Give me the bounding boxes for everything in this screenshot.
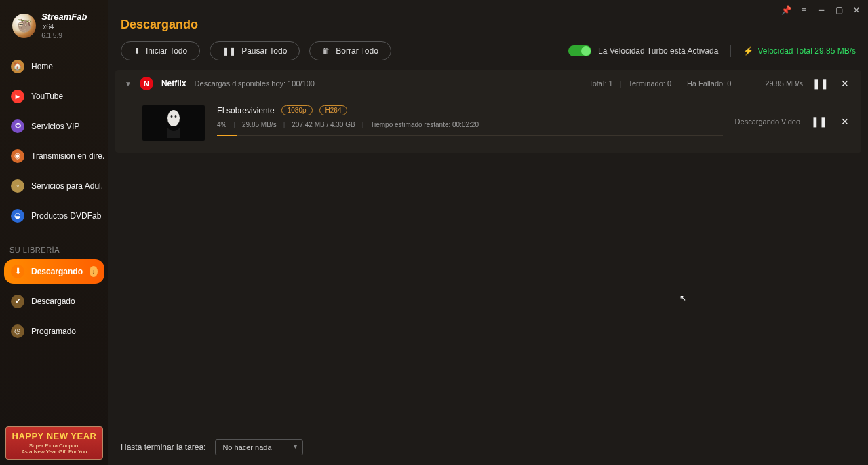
total-speed-label: Velocidad Total 29.85 MB/s: [757, 46, 856, 56]
nav-item-label-1: YouTube: [31, 92, 63, 101]
svg-point-1: [171, 115, 173, 118]
nav-item-0[interactable]: 🏠Home: [4, 54, 104, 79]
item-cancel-button[interactable]: ✕: [838, 115, 852, 128]
library-item-1[interactable]: ✔Descargado: [4, 289, 104, 314]
nav-library: ⬇Descargando↓✔Descargado◷Programado: [0, 259, 108, 349]
group-header: ▼ N Netflix Descargas disponibles hoy: 1…: [115, 70, 861, 97]
nav-item-1[interactable]: ►YouTube: [4, 84, 104, 109]
nav-item-4[interactable]: ♀Servicios para Adul...: [4, 174, 104, 198]
nav-main: 🏠Home►YouTube✪Servicios VIP◉Transmisión …: [0, 54, 108, 234]
turbo-toggle[interactable]: [568, 45, 591, 56]
library-section-label: SU LIBRERÍA: [0, 234, 108, 259]
after-task-select[interactable]: No hacer nada: [215, 439, 303, 455]
resolution-tag: 1080p: [281, 105, 313, 115]
window-controls: 📌 ≡ ━ ▢ ✕: [781, 5, 861, 15]
service-subtitle: Descargas disponibles hoy: 100/100: [195, 79, 315, 88]
promo-banner[interactable]: HAPPY NEW YEAR Super Extra Coupon, As a …: [5, 426, 103, 460]
minimize-icon[interactable]: ━: [816, 5, 826, 15]
main-panel: 📌 ≡ ━ ▢ ✕ Descargando ⬇ Iniciar Todo ❚❚ …: [108, 0, 868, 465]
nav-item-5[interactable]: ◒Productos DVDFab: [4, 204, 104, 228]
library-item-icon-0: ⬇: [11, 265, 24, 278]
download-group: ▼ N Netflix Descargas disponibles hoy: 1…: [115, 70, 861, 153]
item-size: 207.42 MB / 4.30 GB: [292, 121, 355, 128]
svg-point-2: [175, 115, 177, 118]
turbo-label: La Velocidad Turbo está Activada: [598, 46, 718, 56]
library-item-label-0: Descargando: [31, 267, 83, 276]
nav-item-label-5: Productos DVDFab: [31, 211, 101, 221]
library-item-label-1: Descargado: [31, 297, 75, 306]
group-failed: Ha Fallado: 0: [687, 79, 731, 88]
group-done: Terminado: 0: [628, 79, 671, 88]
item-speed: 29.85 MB/s: [242, 121, 277, 128]
menu-icon[interactable]: ≡: [799, 5, 808, 15]
clear-all-label: Borrar Todo: [336, 46, 378, 56]
app-version: 6.1.5.9: [41, 32, 100, 39]
select-value: No hacer nada: [222, 443, 271, 451]
nav-item-2[interactable]: ✪Servicios VIP: [4, 114, 104, 138]
download-item: El sobreviviente 1080p H264 4%| 29.85 MB…: [115, 97, 861, 153]
download-icon: ⬇: [134, 46, 140, 56]
start-all-label: Iniciar Todo: [146, 46, 187, 56]
page-header: Descargando: [108, 0, 868, 41]
trash-icon: 🗑: [322, 46, 330, 56]
nav-item-icon-4: ♀: [11, 179, 24, 193]
footer: Hasta terminar la tarea: No hacer nada: [108, 431, 868, 465]
turbo-toggle-wrap: La Velocidad Turbo está Activada: [568, 45, 718, 56]
app-name: StreamFab x64: [41, 12, 100, 32]
nav-item-icon-1: ►: [11, 90, 24, 103]
group-speed: 29.85 MB/s: [765, 79, 803, 88]
item-pause-button[interactable]: ❚❚: [808, 115, 830, 128]
download-badge-icon: ↓: [90, 266, 98, 277]
pause-all-button[interactable]: ❚❚ Pausar Todo: [210, 41, 300, 60]
netflix-icon: N: [140, 77, 153, 90]
sidebar: 🦥 StreamFab x64 6.1.5.9 🏠Home►YouTube✪Se…: [0, 0, 108, 465]
cursor-icon: ↖: [679, 293, 686, 303]
nav-item-icon-5: ◒: [11, 209, 24, 223]
nav-item-label-4: Servicios para Adul...: [31, 181, 104, 191]
promo-title: HAPPY NEW YEAR: [9, 431, 100, 441]
maximize-icon[interactable]: ▢: [834, 5, 844, 15]
nav-item-3[interactable]: ◉Transmisión en dire...: [4, 144, 104, 168]
toolbar: ⬇ Iniciar Todo ❚❚ Pausar Todo 🗑 Borrar T…: [108, 41, 868, 70]
nav-item-label-3: Transmisión en dire...: [31, 151, 104, 161]
nav-item-label-2: Servicios VIP: [31, 122, 79, 131]
item-percent: 4%: [217, 121, 226, 128]
clear-all-button[interactable]: 🗑 Borrar Todo: [309, 41, 391, 60]
pause-all-label: Pausar Todo: [241, 46, 287, 56]
nav-item-label-0: Home: [31, 62, 53, 71]
group-cancel-button[interactable]: ✕: [838, 77, 852, 90]
item-status: Descargando Video: [735, 117, 800, 126]
item-eta: Tiempo estimado restante: 00:02:20: [370, 121, 479, 128]
divider: [730, 45, 731, 57]
item-title: El sobreviviente: [217, 106, 275, 115]
bolt-icon: ⚡: [743, 46, 753, 56]
svg-point-0: [167, 110, 180, 126]
library-item-label-2: Programado: [31, 327, 76, 336]
service-name: Netflix: [161, 79, 186, 88]
app-logo: 🦥 StreamFab x64 6.1.5.9: [0, 12, 108, 54]
nav-item-icon-3: ◉: [11, 149, 24, 163]
logo-icon: 🦥: [12, 14, 36, 38]
close-icon[interactable]: ✕: [852, 5, 861, 15]
progress-bar: [217, 135, 723, 136]
group-total: Total: 1: [589, 79, 612, 88]
promo-line1: Super Extra Coupon,: [9, 443, 100, 449]
codec-tag: H264: [319, 105, 348, 115]
page-title: Descargando: [121, 18, 856, 32]
group-pause-button[interactable]: ❚❚: [810, 77, 831, 90]
chevron-down-icon[interactable]: ▼: [125, 80, 132, 88]
promo-line2: As a New Year Gift For You: [9, 449, 100, 455]
start-all-button[interactable]: ⬇ Iniciar Todo: [121, 41, 200, 60]
library-item-2[interactable]: ◷Programado: [4, 319, 104, 343]
nav-item-icon-2: ✪: [11, 119, 24, 133]
pause-icon: ❚❚: [222, 46, 236, 56]
thumbnail: [142, 105, 205, 141]
library-item-icon-2: ◷: [11, 324, 24, 338]
nav-item-icon-0: 🏠: [11, 60, 24, 73]
library-item-icon-1: ✔: [11, 295, 24, 308]
library-item-0[interactable]: ⬇Descargando↓: [4, 259, 104, 284]
footer-label: Hasta terminar la tarea:: [121, 443, 205, 452]
total-speed: ⚡ Velocidad Total 29.85 MB/s: [743, 46, 856, 56]
pin-icon[interactable]: 📌: [781, 5, 791, 15]
